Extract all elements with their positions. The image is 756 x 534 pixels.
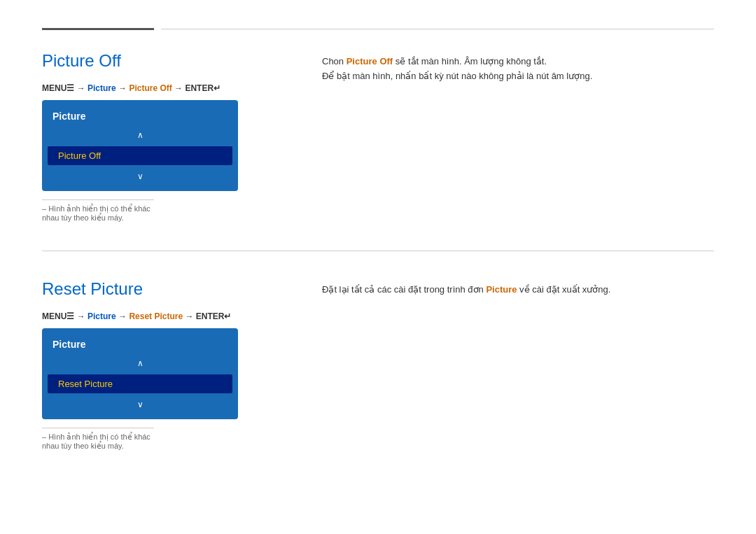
arrow2b: →	[118, 311, 129, 321]
menu-path-reset-picture: MENU☰ → Picture → Reset Picture → ENTER↵	[42, 311, 294, 321]
highlight-picture-off: Picture Off	[346, 56, 393, 66]
chevron-down-picture-off[interactable]: ∨	[42, 169, 238, 184]
menu-item2-picture-off: Picture Off	[129, 83, 172, 93]
desc-reset-line1: Đặt lại tất cả các cài đặt trong trình đ…	[322, 283, 714, 297]
description-picture-off: Chon Picture Off sẽ tắt màn hình. Âm lượ…	[322, 55, 714, 84]
desc-line2: Để bật màn hình, nhấn bất kỳ nút nào khô…	[322, 69, 714, 84]
top-divider	[42, 28, 714, 30]
menu-path-picture-off: MENU☰ → Picture → Picture Off → ENTER↵	[42, 83, 294, 93]
menu-prefix2: MENU	[42, 311, 66, 321]
menu-box-picture-off: Picture ∧ Picture Off ∨	[42, 100, 238, 191]
chevron-down-reset[interactable]: ∨	[42, 397, 238, 412]
arrow3b: →	[185, 311, 195, 321]
arrow1b: →	[77, 311, 88, 321]
chevron-up-picture-off[interactable]: ∧	[42, 127, 238, 143]
enter-label: ENTER	[185, 83, 214, 93]
menu-symbol2: ☰	[66, 311, 74, 321]
menu-selected-item-picture-off[interactable]: Picture Off	[48, 146, 232, 165]
menu-prefix: MENU	[42, 83, 66, 93]
menu-symbol: ☰	[66, 83, 74, 93]
section-right-reset-picture: Đặt lại tất cả các cài đặt trong trình đ…	[322, 279, 714, 451]
chevron-up-reset[interactable]: ∧	[42, 356, 238, 371]
menu-selected-item-reset[interactable]: Reset Picture	[48, 374, 232, 393]
menu-box-reset-picture: Picture ∧ Reset Picture ∨	[42, 328, 238, 419]
section-left-reset-picture: Reset Picture MENU☰ → Picture → Reset Pi…	[42, 279, 322, 451]
title-picture-off: Picture Off	[42, 51, 294, 71]
menu-box-title-picture-off: Picture	[42, 107, 238, 127]
section-right-picture-off: Chon Picture Off sẽ tắt màn hình. Âm lượ…	[322, 51, 714, 223]
section-left-picture-off: Picture Off MENU☰ → Picture → Picture Of…	[42, 51, 322, 223]
desc-line1: Chon Picture Off sẽ tắt màn hình. Âm lượ…	[322, 55, 714, 69]
divider-light	[161, 29, 714, 29]
arrow1: →	[77, 83, 88, 93]
arrow2: →	[118, 83, 129, 93]
section-reset-picture: Reset Picture MENU☰ → Picture → Reset Pi…	[42, 279, 714, 451]
menu-box-title-reset: Picture	[42, 335, 238, 356]
section-divider	[42, 251, 714, 251]
footnote-reset-picture: – Hình ảnh hiển thị có thể khác nhau tùy…	[42, 428, 154, 451]
highlight-picture-reset: Picture	[486, 284, 517, 295]
enter-symbol: ↵	[214, 83, 220, 93]
enter-label2: ENTER	[196, 311, 225, 321]
menu-item2-reset: Reset Picture	[129, 311, 183, 321]
title-reset-picture: Reset Picture	[42, 279, 294, 299]
enter-symbol2: ↵	[224, 311, 231, 321]
footnote-picture-off: – Hình ảnh hiển thị có thể khác nhau tùy…	[42, 199, 154, 223]
page-container: Picture Off MENU☰ → Picture → Picture Of…	[0, 0, 756, 507]
menu-item1b: Picture	[88, 311, 116, 321]
divider-dark	[42, 28, 154, 30]
arrow3: →	[174, 83, 185, 93]
menu-item1: Picture	[88, 83, 116, 93]
section-picture-off: Picture Off MENU☰ → Picture → Picture Of…	[42, 51, 714, 223]
description-reset-picture: Đặt lại tất cả các cài đặt trong trình đ…	[322, 283, 714, 297]
